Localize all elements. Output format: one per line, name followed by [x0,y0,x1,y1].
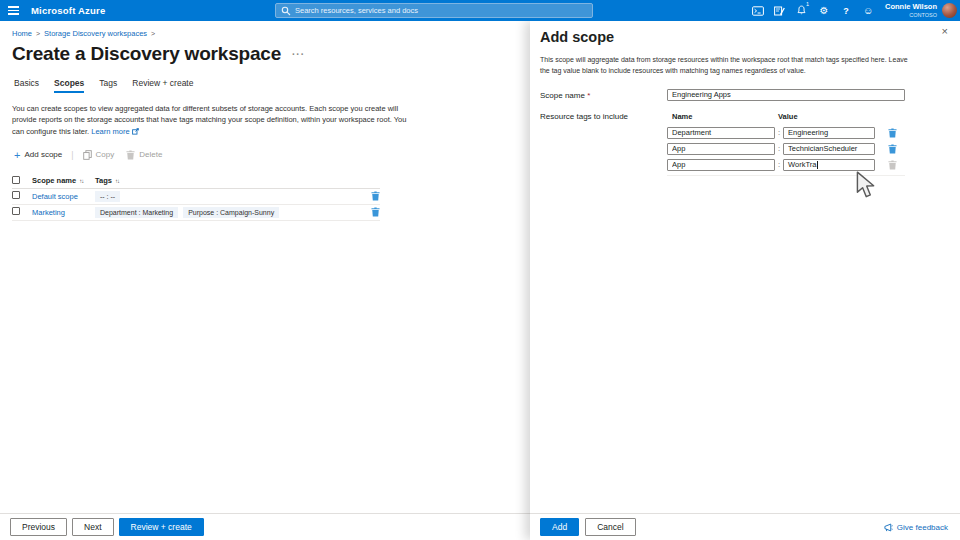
colon-separator: : [778,128,780,137]
page-title: Create a Discovery workspace [12,43,281,65]
text-caret [817,161,818,169]
grid-divider [667,175,905,176]
panel-description: This scope will aggregate data from stor… [540,55,908,77]
tag-name-input[interactable] [667,159,775,171]
scope-name-label: Scope name * [540,89,667,100]
column-header-scope-name[interactable]: Scope name↑↓ [32,176,95,185]
table-row: Default scope -- : -- [12,189,380,205]
plus-icon: + [14,151,20,159]
tag-row: : [667,127,905,139]
add-scope-panel: × Add scope This scope will aggregate da… [530,21,960,540]
cloud-shell-icon[interactable] [747,0,769,21]
help-icon[interactable]: ? [835,0,857,21]
breadcrumb: Home > Storage Discovery workspaces > [12,29,530,38]
sort-icon: ↑↓ [115,178,119,184]
wizard-tabs: Basics Scopes Tags Review + create [14,78,530,93]
cancel-button[interactable]: Cancel [585,518,635,536]
main-content: Home > Storage Discovery workspaces > Cr… [0,21,530,540]
tag-chip: -- : -- [95,191,120,202]
table-header-row: Scope name↑↓ Tags↑↓ [12,174,380,189]
row-checkbox[interactable] [12,191,20,199]
tag-row: : [667,143,905,155]
delete-tag-icon[interactable] [888,128,897,138]
notifications-bell-icon[interactable]: 1 [791,0,813,21]
trash-icon [126,150,135,160]
scope-link-marketing[interactable]: Marketing [32,208,65,217]
user-org: CONTOSO [885,12,937,18]
add-scope-button[interactable]: + Add scope [14,150,62,159]
copy-icon [83,150,92,160]
tag-name-input[interactable] [667,143,775,155]
directory-filter-icon[interactable] [769,0,791,21]
feedback-megaphone-icon [884,523,893,532]
required-asterisk: * [587,91,590,100]
tag-chip: Purpose : Campaign-Sunny [183,207,279,218]
resource-tags-label: Resource tags to include [540,110,667,121]
colon-separator: : [778,144,780,153]
scopes-table: Scope name↑↓ Tags↑↓ Default scope -- : -… [12,174,380,221]
tag-value-input[interactable] [783,143,875,155]
search-icon [281,6,291,16]
top-bar: Microsoft Azure 1 ⚙ ? ☺ Connie Wilson CO… [0,0,960,21]
add-button[interactable]: Add [540,518,579,536]
tag-row: : WorkTra [667,159,905,171]
search-input[interactable] [295,6,565,15]
external-link-icon [132,128,139,135]
tags-grid: Name Value : : : WorkTra [667,110,905,176]
breadcrumb-separator: > [151,30,155,37]
panel-title: Add scope [540,29,960,45]
account-menu[interactable]: Connie Wilson CONTOSO [885,3,957,18]
tag-chip: Department : Marketing [95,207,178,218]
sort-icon: ↑↓ [79,178,83,184]
topbar-actions: 1 ⚙ ? ☺ Connie Wilson CONTOSO [747,0,957,21]
global-search[interactable] [275,3,593,18]
scope-name-input[interactable] [667,89,905,101]
close-icon[interactable]: × [942,26,948,37]
delete-row-icon[interactable] [371,207,380,217]
grid-header-value: Value [778,112,798,121]
avatar[interactable] [942,3,957,18]
delete-row-icon[interactable] [371,191,380,201]
grid-header-name: Name [667,112,778,121]
gear-icon[interactable]: ⚙ [813,0,835,21]
scope-link-default[interactable]: Default scope [32,192,78,201]
tag-value-input[interactable] [783,127,875,139]
tag-name-input[interactable] [667,127,775,139]
next-button[interactable]: Next [72,518,113,536]
copy-button: Copy [83,150,115,160]
tab-tags[interactable]: Tags [99,78,117,93]
select-all-checkbox[interactable] [12,176,20,184]
toolbar-divider: | [71,150,73,160]
column-header-tags[interactable]: Tags↑↓ [95,176,366,185]
review-create-button[interactable]: Review + create [119,518,204,536]
delete-button: Delete [126,150,162,160]
command-bar: + Add scope | Copy Delete [14,150,530,160]
colon-separator: : [778,160,780,169]
tab-scopes[interactable]: Scopes [54,78,84,93]
tab-basics[interactable]: Basics [14,78,39,93]
breadcrumb-separator: > [36,30,40,37]
tab-review-create[interactable]: Review + create [132,78,193,93]
panel-footer: Add Cancel Give feedback [530,513,960,540]
brand-title[interactable]: Microsoft Azure [31,5,105,16]
give-feedback-link[interactable]: Give feedback [884,523,948,532]
learn-more-link[interactable]: Learn more [91,127,129,136]
notification-badge: 1 [806,1,809,7]
table-row: Marketing Department : Marketing Purpose… [12,205,380,221]
tag-value-input[interactable]: WorkTra [783,159,875,171]
feedback-smiley-icon[interactable]: ☺ [857,0,879,21]
previous-button[interactable]: Previous [10,518,67,536]
wizard-footer: Previous Next Review + create [0,513,530,540]
hamburger-menu-icon[interactable] [0,0,26,21]
breadcrumb-home[interactable]: Home [12,29,32,38]
delete-tag-icon[interactable] [888,144,897,154]
breadcrumb-workspaces[interactable]: Storage Discovery workspaces [44,29,147,38]
more-options-icon[interactable]: ··· [292,49,305,60]
user-name: Connie Wilson [885,3,937,12]
scopes-description: You can create scopes to view aggregated… [12,103,412,137]
delete-tag-icon-disabled [888,160,897,170]
row-checkbox[interactable] [12,207,20,215]
